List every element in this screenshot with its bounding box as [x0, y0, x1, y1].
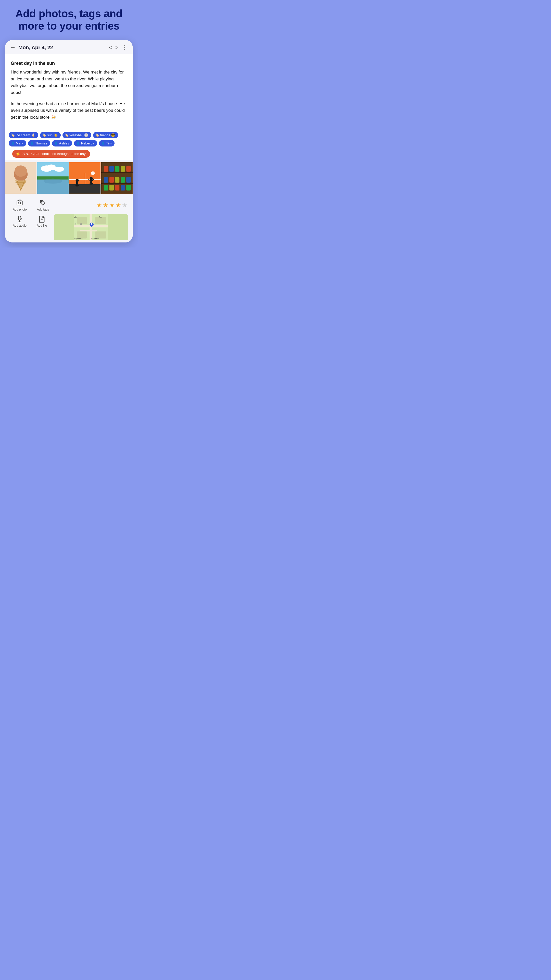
star-2[interactable]: ★ [103, 202, 108, 209]
back-button[interactable]: ← [10, 45, 16, 50]
add-photo-label: Add photo [13, 208, 27, 211]
add-tags-label: Add tags [37, 208, 49, 211]
svg-rect-51 [17, 200, 22, 205]
svg-text:54: 54 [76, 223, 78, 225]
entry-title: Great day in the sun [11, 60, 127, 67]
star-4[interactable]: ★ [116, 202, 121, 209]
svg-point-2 [14, 165, 27, 177]
svg-point-32 [91, 171, 95, 175]
svg-rect-45 [126, 177, 130, 183]
tag-person-tim[interactable]: 👤 Tim [99, 140, 114, 146]
add-audio-label: Add audio [13, 224, 27, 228]
svg-rect-50 [126, 185, 130, 190]
entry-body: Great day in the sun Had a wonderful day… [5, 54, 133, 129]
star-1[interactable]: ★ [97, 202, 102, 209]
add-audio-button[interactable]: Add audio [8, 213, 32, 241]
svg-text:ale: ale [74, 216, 76, 218]
svg-rect-60 [89, 215, 92, 240]
svg-rect-19 [69, 184, 101, 194]
svg-rect-37 [110, 166, 114, 172]
tag-friends[interactable]: 🏷️ friends 😎 [93, 132, 118, 138]
svg-rect-43 [115, 177, 119, 183]
svg-rect-47 [110, 185, 114, 190]
weather-bar: ☀️ 27°C, Clear conditions throughout the… [12, 150, 90, 158]
svg-rect-40 [126, 166, 130, 172]
prev-entry-button[interactable]: < [109, 45, 112, 51]
nav-controls: < > ⋮ [109, 45, 127, 51]
svg-rect-41 [104, 177, 108, 183]
next-entry-button[interactable]: > [115, 45, 118, 51]
svg-rect-42 [110, 177, 114, 183]
photo-volleyball[interactable] [69, 162, 101, 194]
add-audio-icon [16, 215, 23, 223]
svg-point-16 [43, 179, 62, 184]
star-rating[interactable]: ★ ★ ★ ★ ★ [95, 197, 130, 213]
svg-point-22 [76, 179, 79, 182]
tag-label: ice cream 🍦 [16, 133, 35, 137]
svg-text:22: 22 [80, 223, 83, 225]
entry-paragraph-2: In the evening we had a nice barbecue at… [11, 100, 127, 121]
tag-sun[interactable]: 🏷️ sun ☀️ [40, 132, 61, 138]
svg-rect-39 [121, 166, 125, 172]
person-icon: 👤 [101, 142, 105, 145]
add-photo-button[interactable]: Add photo [8, 197, 32, 213]
weather-text: 27°C, Clear conditions throughout the da… [22, 152, 86, 156]
svg-rect-49 [121, 185, 125, 190]
tag-label: Tim [106, 142, 111, 145]
svg-rect-35 [101, 183, 133, 184]
entry-date: Mon, Apr 4, 22 [18, 45, 109, 51]
add-file-button[interactable]: Add file [32, 213, 52, 241]
svg-rect-36 [104, 166, 108, 172]
map-container[interactable]: 54 22 Capalaba Chandler Por ale [52, 213, 130, 241]
svg-rect-46 [104, 185, 108, 190]
person-icon: 👤 [54, 142, 58, 145]
tag-label: volleyball 🏐 [70, 133, 88, 137]
photo-icecream[interactable] [5, 162, 37, 194]
tag-label: sun ☀️ [47, 133, 58, 137]
svg-rect-48 [115, 185, 119, 190]
weather-icon: ☀️ [16, 152, 20, 156]
person-icon: 👤 [76, 142, 80, 145]
svg-rect-34 [101, 172, 133, 173]
tag-label: friends 😎 [100, 133, 115, 137]
more-options-button[interactable]: ⋮ [122, 45, 127, 50]
svg-text:Por: Por [99, 216, 102, 218]
tag-label: Rebecca [81, 142, 94, 145]
star-5[interactable]: ★ [122, 202, 127, 209]
page-headline: Add photos, tags and more to your entrie… [15, 8, 122, 32]
add-tags-button[interactable]: Add tags [32, 197, 54, 213]
svg-rect-61 [80, 230, 97, 231]
photos-grid [5, 162, 133, 194]
tag-label: Thomas [35, 142, 47, 145]
photo-beer[interactable] [101, 162, 133, 194]
tag-icecream[interactable]: 🏷️ ice cream 🍦 [9, 132, 38, 138]
person-icon: 👤 [11, 142, 15, 145]
tag-label: Mark [16, 142, 23, 145]
tag-icon: 🏷️ [65, 133, 68, 137]
tags-section: 🏷️ ice cream 🍦 🏷️ sun ☀️ 🏷️ volleyball 🏐… [5, 129, 133, 148]
tag-person-thomas[interactable]: 👤 Thomas [28, 140, 50, 146]
actions-row-1: Add photo Add tags ★ ★ ★ ★ ★ [5, 197, 133, 213]
tag-icon: 🏷️ [95, 133, 99, 137]
add-file-label: Add file [37, 224, 47, 228]
tag-person-mark[interactable]: 👤 Mark [9, 140, 26, 146]
tag-person-ashley[interactable]: 👤 Ashley [52, 140, 72, 146]
tag-icon: 🏷️ [42, 133, 46, 137]
bottom-actions: Add photo Add tags ★ ★ ★ ★ ★ [5, 194, 133, 242]
svg-point-53 [41, 201, 43, 202]
photo-river[interactable] [37, 162, 68, 194]
tag-label: Ashley [59, 142, 69, 145]
star-3[interactable]: ★ [109, 202, 115, 209]
map-thumbnail[interactable]: 54 22 Capalaba Chandler Por ale [54, 215, 128, 240]
add-file-icon [38, 215, 45, 223]
svg-rect-44 [121, 177, 125, 183]
tag-icon: 🏷️ [11, 133, 15, 137]
svg-text:Capalaba: Capalaba [74, 237, 83, 240]
card-header: ← Mon, Apr 4, 22 < > ⋮ [5, 40, 133, 54]
svg-point-26 [89, 177, 93, 180]
tag-volleyball[interactable]: 🏷️ volleyball 🏐 [62, 132, 91, 138]
add-tags-icon [39, 199, 46, 207]
entry-paragraph-1: Had a wonderful day with my friends. We … [11, 69, 127, 96]
tag-person-rebecca[interactable]: 👤 Rebecca [74, 140, 97, 146]
journal-card: ← Mon, Apr 4, 22 < > ⋮ Great day in the … [5, 40, 133, 242]
